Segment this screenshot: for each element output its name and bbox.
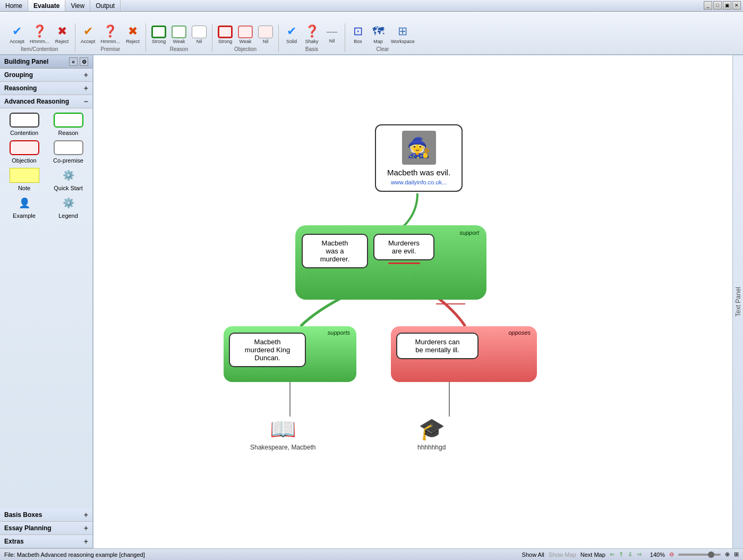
panel-settings-button[interactable]: ⚙ bbox=[80, 57, 88, 66]
bp-copremise-item[interactable]: Co-premise bbox=[48, 140, 88, 164]
bp-reason-item[interactable]: Reason bbox=[48, 113, 88, 136]
maximize-button[interactable]: □ bbox=[713, 1, 722, 10]
advanced-reasoning-collapse-icon[interactable]: − bbox=[84, 97, 88, 106]
nil-basis-label: Nil bbox=[329, 38, 335, 44]
accept-premise-button[interactable]: ✔ Accept bbox=[79, 23, 98, 45]
map-icon: 🗺 bbox=[372, 24, 384, 38]
bp-quickstart-item[interactable]: ⚙️ Quick Start bbox=[48, 168, 88, 191]
nil-objection-label: Nil bbox=[263, 39, 269, 44]
nav-up-left-icon[interactable]: ⇐ bbox=[610, 551, 614, 558]
nav-down-icon[interactable]: ⇓ bbox=[628, 551, 633, 558]
strong-objection-button[interactable]: Strong bbox=[216, 24, 235, 45]
hhhhhhgd-ref-label: hhhhhhgd bbox=[417, 444, 446, 451]
support-group-label: support bbox=[459, 230, 479, 236]
copremise-item-label: Co-premise bbox=[53, 157, 83, 164]
extras-section-header[interactable]: Extras + bbox=[0, 535, 92, 548]
advanced-reasoning-items: Contention Reason Objection Co-premise N… bbox=[0, 108, 92, 223]
menu-home[interactable]: Home bbox=[0, 0, 28, 11]
shaky-basis-icon: ❓ bbox=[305, 24, 319, 38]
panel-collapse-button[interactable]: « bbox=[69, 57, 78, 66]
reasoning-expand-icon[interactable]: + bbox=[84, 84, 88, 92]
accept-icon: ✔ bbox=[12, 24, 22, 38]
example-shape: 👤 bbox=[10, 196, 39, 210]
bp-contention-item[interactable]: Contention bbox=[4, 113, 44, 136]
basis-boxes-expand-icon[interactable]: + bbox=[84, 511, 88, 519]
copremise-shape bbox=[54, 140, 83, 155]
reason-group-label: Reason bbox=[170, 46, 188, 52]
hmmm-premise-button[interactable]: ❓ Hmmm... bbox=[99, 23, 123, 45]
menu-view[interactable]: View bbox=[65, 0, 90, 11]
reason-shape bbox=[54, 113, 83, 128]
grouping-expand-icon[interactable]: + bbox=[84, 71, 88, 79]
zoom-in-icon[interactable]: ⊕ bbox=[725, 551, 730, 558]
legend-shape: ⚙️ bbox=[54, 196, 83, 210]
note-shape bbox=[10, 168, 39, 183]
contention-link[interactable]: www.dailyinfo.co.uk... bbox=[381, 179, 456, 185]
macbeth-murdered-node[interactable]: Macbethmurdered KingDuncan. bbox=[229, 333, 306, 367]
reject-premise-button[interactable]: ✖ Reject bbox=[123, 23, 142, 45]
menu-output[interactable]: Output bbox=[90, 0, 121, 11]
murderers-mentally-ill-node[interactable]: Murderers canbe mentally ill. bbox=[396, 333, 479, 359]
strong-objection-label: Strong bbox=[218, 39, 233, 44]
restore-button[interactable]: ▣ bbox=[723, 1, 731, 10]
minimize-button[interactable]: _ bbox=[704, 1, 712, 10]
zoom-out-icon[interactable]: ⊖ bbox=[669, 551, 674, 558]
bp-legend-item[interactable]: ⚙️ Legend bbox=[48, 196, 88, 219]
basis-boxes-label: Basis Boxes bbox=[4, 511, 42, 519]
hhhhhhgd-ref[interactable]: 🎓 hhhhhhgd bbox=[417, 417, 446, 451]
shakespeare-ref[interactable]: 📖 Shakespeare, Macbeth bbox=[250, 417, 315, 451]
nav-up-icon[interactable]: ⇑ bbox=[619, 551, 624, 558]
essay-planning-label: Essay Planning bbox=[4, 524, 52, 532]
menu-evaluate[interactable]: Evaluate bbox=[28, 0, 65, 11]
building-panel-title: Building Panel bbox=[4, 58, 48, 65]
clear-box-button[interactable]: ⊡ Box bbox=[348, 23, 368, 45]
shaky-basis-button[interactable]: ❓ Shaky bbox=[302, 23, 321, 45]
zoom-slider[interactable] bbox=[678, 554, 721, 556]
essay-planning-expand-icon[interactable]: + bbox=[84, 524, 88, 532]
show-all-button[interactable]: Show All bbox=[522, 551, 544, 558]
left-panel: Building Panel « ⚙ Grouping + Reasoning … bbox=[0, 55, 93, 548]
essay-planning-section-header[interactable]: Essay Planning + bbox=[0, 522, 92, 535]
basis-boxes-section-header[interactable]: Basis Boxes + bbox=[0, 508, 92, 522]
reject-item-button[interactable]: ✖ Reject bbox=[53, 23, 72, 45]
nil-objection-button[interactable]: Nil bbox=[256, 24, 275, 45]
building-panel-header: Building Panel « ⚙ bbox=[0, 55, 92, 69]
fit-page-icon[interactable]: ⊞ bbox=[734, 551, 739, 558]
zoom-slider-thumb[interactable] bbox=[708, 551, 714, 558]
accept-premise-icon: ✔ bbox=[83, 24, 93, 38]
murderers-evil-node[interactable]: Murderersare evil. bbox=[373, 234, 434, 260]
grouping-section-header[interactable]: Grouping + bbox=[0, 69, 92, 82]
extras-expand-icon[interactable]: + bbox=[84, 537, 88, 546]
weak-reason-button[interactable]: Weak bbox=[169, 24, 189, 45]
reasoning-section-header[interactable]: Reasoning + bbox=[0, 82, 92, 95]
bp-objection-item[interactable]: Objection bbox=[4, 140, 44, 164]
macbeth-murderer-node[interactable]: Macbethwas amurderer. bbox=[302, 234, 368, 268]
reasoning-label: Reasoning bbox=[4, 84, 37, 92]
weak-reason-label: Weak bbox=[173, 39, 185, 44]
close-button[interactable]: ✕ bbox=[732, 1, 741, 10]
premise-group-label: Premise bbox=[100, 46, 120, 52]
solid-basis-icon: ✔ bbox=[287, 24, 296, 38]
toolbar-group-item-contention: ✔ Accept ❓ Hmmm... ✖ Reject Item/Content… bbox=[4, 23, 75, 52]
contention-node[interactable]: 🧙 Macbeth was evil. www.dailyinfo.co.uk.… bbox=[375, 124, 463, 192]
canvas-area[interactable]: 🧙 Macbeth was evil. www.dailyinfo.co.uk.… bbox=[93, 55, 732, 548]
hmmm-item-button[interactable]: ❓ Hmmm... bbox=[28, 23, 52, 45]
strong-reason-button[interactable]: Strong bbox=[149, 24, 168, 45]
clear-map-button[interactable]: 🗺 Map bbox=[369, 23, 388, 45]
grad-icon: 🎓 bbox=[417, 417, 446, 442]
nav-right-icon[interactable]: ⇒ bbox=[637, 551, 642, 558]
workspace-button[interactable]: ⊞ Workspace bbox=[389, 23, 417, 45]
supports-group: supports Macbethmurdered KingDuncan. bbox=[224, 326, 356, 382]
reason-group: support Macbethwas amurderer. Murderersa… bbox=[295, 225, 486, 300]
advanced-reasoning-section-header[interactable]: Advanced Reasoning − bbox=[0, 95, 92, 108]
nil-reason-button[interactable]: Nil bbox=[190, 24, 209, 45]
bp-example-item[interactable]: 👤 Example bbox=[4, 196, 44, 219]
weak-objection-button[interactable]: Weak bbox=[236, 24, 255, 45]
next-map-button[interactable]: Next Map bbox=[580, 551, 605, 558]
accept-item-button[interactable]: ✔ Accept bbox=[7, 23, 27, 45]
show-map-button[interactable]: Show Map bbox=[549, 551, 576, 558]
status-bar: File: Macbeth Advanced reasoning example… bbox=[0, 548, 743, 560]
nil-basis-button[interactable]: — Nil bbox=[322, 24, 341, 45]
solid-basis-button[interactable]: ✔ Solid bbox=[282, 23, 301, 45]
bp-note-item[interactable]: Note bbox=[4, 168, 44, 191]
